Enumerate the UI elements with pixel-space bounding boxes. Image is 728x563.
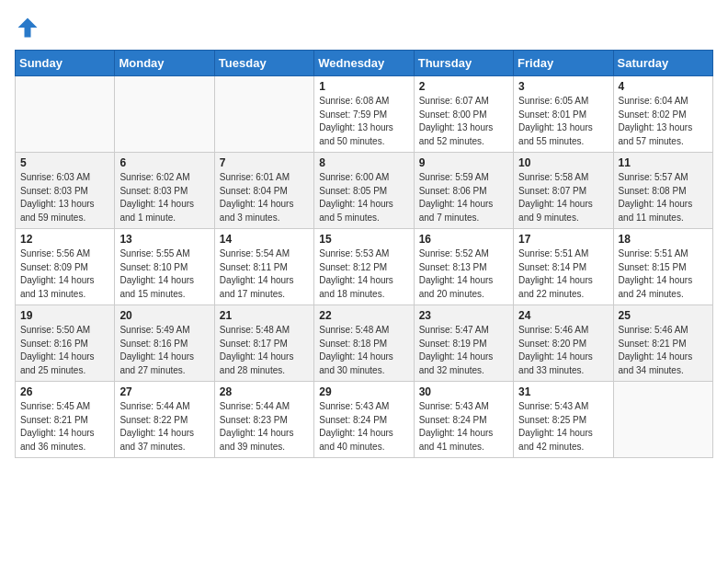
- calendar-cell: 1Sunrise: 6:08 AMSunset: 7:59 PMDaylight…: [314, 76, 414, 153]
- day-info: Sunrise: 5:43 AMSunset: 8:25 PMDaylight:…: [518, 400, 608, 454]
- day-info: Sunrise: 6:01 AMSunset: 8:04 PMDaylight:…: [220, 171, 309, 224]
- day-info: Sunrise: 6:04 AMSunset: 8:02 PMDaylight:…: [619, 95, 708, 148]
- day-info: Sunrise: 5:51 AMSunset: 8:15 PMDaylight:…: [619, 247, 708, 301]
- day-number: 24: [518, 309, 608, 322]
- weekday-header-saturday: Saturday: [613, 51, 712, 76]
- day-info: Sunrise: 6:03 AMSunset: 8:03 PMDaylight:…: [20, 171, 109, 224]
- weekday-header-row: SundayMondayTuesdayWednesdayThursdayFrid…: [16, 51, 713, 76]
- day-info: Sunrise: 5:58 AMSunset: 8:07 PMDaylight:…: [518, 171, 608, 224]
- calendar-cell: 17Sunrise: 5:51 AMSunset: 8:14 PMDayligh…: [514, 229, 613, 305]
- day-number: 5: [20, 156, 109, 169]
- calendar-cell: 12Sunrise: 5:56 AMSunset: 8:09 PMDayligh…: [16, 229, 115, 305]
- weekday-header-thursday: Thursday: [414, 51, 513, 76]
- day-info: Sunrise: 5:55 AMSunset: 8:10 PMDaylight:…: [119, 247, 209, 301]
- calendar-cell: 25Sunrise: 5:46 AMSunset: 8:21 PMDayligh…: [613, 305, 712, 382]
- calendar-cell: 31Sunrise: 5:43 AMSunset: 8:25 PMDayligh…: [514, 382, 613, 458]
- day-number: 7: [220, 156, 309, 169]
- logo: [15, 15, 44, 40]
- calendar-table: SundayMondayTuesdayWednesdayThursdayFrid…: [15, 50, 713, 458]
- weekday-header-monday: Monday: [115, 51, 214, 76]
- day-info: Sunrise: 6:05 AMSunset: 8:01 PMDaylight:…: [518, 95, 608, 148]
- day-info: Sunrise: 5:51 AMSunset: 8:14 PMDaylight:…: [518, 247, 608, 301]
- calendar-cell: 23Sunrise: 5:47 AMSunset: 8:19 PMDayligh…: [414, 305, 513, 382]
- calendar-cell: 20Sunrise: 5:49 AMSunset: 8:16 PMDayligh…: [115, 305, 214, 382]
- weekday-header-sunday: Sunday: [16, 51, 115, 76]
- calendar-cell: [214, 76, 313, 153]
- calendar-cell: 4Sunrise: 6:04 AMSunset: 8:02 PMDaylight…: [613, 76, 712, 153]
- day-info: Sunrise: 5:44 AMSunset: 8:23 PMDaylight:…: [220, 400, 309, 454]
- day-info: Sunrise: 5:47 AMSunset: 8:19 PMDaylight:…: [419, 324, 508, 377]
- day-number: 23: [419, 309, 508, 322]
- calendar-cell: 30Sunrise: 5:43 AMSunset: 8:24 PMDayligh…: [414, 382, 513, 458]
- day-number: 27: [119, 385, 209, 398]
- day-number: 19: [20, 309, 109, 322]
- calendar-week-1: 1Sunrise: 6:08 AMSunset: 7:59 PMDaylight…: [16, 76, 713, 153]
- day-number: 11: [619, 156, 708, 169]
- calendar-cell: [613, 382, 712, 458]
- day-number: 25: [619, 309, 708, 322]
- calendar-cell: 5Sunrise: 6:03 AMSunset: 8:03 PMDaylight…: [16, 153, 115, 229]
- day-number: 13: [119, 233, 209, 246]
- day-info: Sunrise: 5:57 AMSunset: 8:08 PMDaylight:…: [619, 171, 708, 224]
- day-number: 14: [220, 233, 309, 246]
- day-number: 20: [119, 309, 209, 322]
- day-number: 18: [619, 233, 708, 246]
- day-number: 17: [518, 233, 608, 246]
- day-info: Sunrise: 6:02 AMSunset: 8:03 PMDaylight:…: [119, 171, 209, 224]
- day-number: 15: [319, 233, 408, 246]
- day-number: 10: [518, 156, 608, 169]
- day-info: Sunrise: 5:52 AMSunset: 8:13 PMDaylight:…: [419, 247, 508, 301]
- calendar-cell: [115, 76, 214, 153]
- day-info: Sunrise: 5:54 AMSunset: 8:11 PMDaylight:…: [220, 247, 309, 301]
- day-number: 16: [419, 233, 508, 246]
- day-number: 22: [319, 309, 408, 322]
- calendar-cell: 7Sunrise: 6:01 AMSunset: 8:04 PMDaylight…: [214, 153, 313, 229]
- day-info: Sunrise: 5:56 AMSunset: 8:09 PMDaylight:…: [20, 247, 109, 301]
- day-info: Sunrise: 5:45 AMSunset: 8:21 PMDaylight:…: [20, 400, 109, 454]
- day-info: Sunrise: 6:08 AMSunset: 7:59 PMDaylight:…: [319, 95, 408, 148]
- day-number: 3: [518, 80, 608, 93]
- day-number: 6: [119, 156, 209, 169]
- calendar-cell: 10Sunrise: 5:58 AMSunset: 8:07 PMDayligh…: [514, 153, 613, 229]
- day-number: 21: [220, 309, 309, 322]
- calendar-cell: 21Sunrise: 5:48 AMSunset: 8:17 PMDayligh…: [214, 305, 313, 382]
- calendar-cell: 26Sunrise: 5:45 AMSunset: 8:21 PMDayligh…: [16, 382, 115, 458]
- weekday-header-tuesday: Tuesday: [214, 51, 313, 76]
- calendar-week-3: 12Sunrise: 5:56 AMSunset: 8:09 PMDayligh…: [16, 229, 713, 305]
- weekday-header-wednesday: Wednesday: [314, 51, 414, 76]
- day-number: 29: [319, 385, 408, 398]
- page-header: [15, 15, 713, 40]
- day-number: 9: [419, 156, 508, 169]
- day-number: 31: [518, 385, 608, 398]
- calendar-cell: 15Sunrise: 5:53 AMSunset: 8:12 PMDayligh…: [314, 229, 414, 305]
- day-info: Sunrise: 5:48 AMSunset: 8:17 PMDaylight:…: [220, 324, 309, 377]
- calendar-cell: 16Sunrise: 5:52 AMSunset: 8:13 PMDayligh…: [414, 229, 513, 305]
- day-info: Sunrise: 5:44 AMSunset: 8:22 PMDaylight:…: [119, 400, 209, 454]
- day-info: Sunrise: 5:43 AMSunset: 8:24 PMDaylight:…: [419, 400, 508, 454]
- calendar-week-4: 19Sunrise: 5:50 AMSunset: 8:16 PMDayligh…: [16, 305, 713, 382]
- calendar-cell: 29Sunrise: 5:43 AMSunset: 8:24 PMDayligh…: [314, 382, 414, 458]
- calendar-cell: 24Sunrise: 5:46 AMSunset: 8:20 PMDayligh…: [514, 305, 613, 382]
- calendar-cell: 18Sunrise: 5:51 AMSunset: 8:15 PMDayligh…: [613, 229, 712, 305]
- day-info: Sunrise: 5:43 AMSunset: 8:24 PMDaylight:…: [319, 400, 408, 454]
- day-number: 1: [319, 80, 408, 93]
- svg-marker-0: [18, 18, 38, 38]
- day-number: 26: [20, 385, 109, 398]
- day-info: Sunrise: 5:48 AMSunset: 8:18 PMDaylight:…: [319, 324, 408, 377]
- calendar-week-5: 26Sunrise: 5:45 AMSunset: 8:21 PMDayligh…: [16, 382, 713, 458]
- calendar-cell: 27Sunrise: 5:44 AMSunset: 8:22 PMDayligh…: [115, 382, 214, 458]
- day-info: Sunrise: 5:50 AMSunset: 8:16 PMDaylight:…: [20, 324, 109, 377]
- day-info: Sunrise: 5:49 AMSunset: 8:16 PMDaylight:…: [119, 324, 209, 377]
- calendar-cell: 3Sunrise: 6:05 AMSunset: 8:01 PMDaylight…: [514, 76, 613, 153]
- calendar-cell: 14Sunrise: 5:54 AMSunset: 8:11 PMDayligh…: [214, 229, 313, 305]
- day-number: 12: [20, 233, 109, 246]
- calendar-week-2: 5Sunrise: 6:03 AMSunset: 8:03 PMDaylight…: [16, 153, 713, 229]
- day-info: Sunrise: 5:46 AMSunset: 8:21 PMDaylight:…: [619, 324, 708, 377]
- day-info: Sunrise: 5:53 AMSunset: 8:12 PMDaylight:…: [319, 247, 408, 301]
- day-number: 4: [619, 80, 708, 93]
- day-number: 2: [419, 80, 508, 93]
- day-info: Sunrise: 6:07 AMSunset: 8:00 PMDaylight:…: [419, 95, 508, 148]
- logo-icon: [15, 15, 40, 40]
- day-number: 8: [319, 156, 408, 169]
- calendar-cell: 13Sunrise: 5:55 AMSunset: 8:10 PMDayligh…: [115, 229, 214, 305]
